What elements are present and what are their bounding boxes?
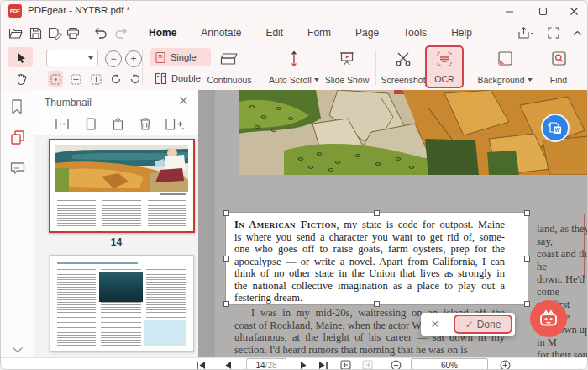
share-button[interactable] (517, 25, 534, 40)
save-as-button[interactable] (46, 25, 63, 40)
next-page-button[interactable] (297, 359, 310, 370)
undo-button[interactable] (92, 25, 108, 40)
comments-panel-button[interactable] (9, 161, 27, 178)
rotate-ccw-button[interactable] (128, 71, 143, 87)
undo-icon (93, 27, 107, 40)
print-icon (66, 27, 80, 40)
rotate-page-button[interactable] (83, 117, 99, 133)
thumb-photo (99, 272, 143, 302)
redo-button[interactable] (113, 25, 130, 40)
zoom-level-input[interactable]: 60% (411, 358, 488, 370)
status-bar: 14/28 60% (1, 357, 588, 370)
print-button[interactable] (65, 25, 81, 40)
single-page-icon (155, 51, 166, 64)
extract-page-button[interactable] (111, 117, 127, 133)
extract-page-icon (111, 117, 125, 131)
tab-home[interactable]: Home (146, 25, 179, 40)
redo-icon (115, 27, 129, 40)
scissors-icon (395, 50, 412, 67)
zoom-out-button[interactable]: − (105, 50, 122, 67)
delete-page-button[interactable] (139, 117, 155, 133)
sidebar-rail (1, 90, 35, 357)
tab-edit[interactable]: Edit (263, 25, 286, 40)
thumbnails-panel-button[interactable] (9, 129, 27, 146)
selection-handle-nw[interactable] (223, 210, 229, 216)
tab-annotate[interactable]: Annotate (198, 25, 244, 40)
tab-help[interactable]: Help (449, 25, 475, 40)
done-button[interactable]: ✓ Done (454, 314, 512, 334)
bookmarks-panel-button[interactable] (9, 98, 27, 116)
single-label: Single (171, 52, 197, 62)
double-page-view-button[interactable]: Double (150, 69, 211, 87)
title-bar: PDF PDFgear - NYTBR.pdf * (1, 1, 588, 21)
save-button[interactable] (27, 25, 44, 40)
open-file-button[interactable] (7, 25, 24, 40)
select-tool-button[interactable] (8, 47, 33, 67)
selection-handle-s[interactable] (374, 301, 380, 307)
thumbnail-page-15[interactable] (50, 255, 194, 352)
ocr-icon (436, 50, 453, 67)
last-page-button[interactable] (317, 359, 330, 370)
previous-page-icon (224, 361, 232, 370)
close-button[interactable] (559, 1, 588, 21)
pdfgear-logo-icon: PDF (8, 4, 22, 18)
fit-height-button[interactable] (88, 71, 103, 87)
close-icon (570, 7, 579, 16)
zoom-out-button-status[interactable] (389, 359, 402, 370)
zoom-in-button-status[interactable] (498, 359, 512, 370)
fullscreen-button[interactable] (545, 25, 562, 40)
ribbon-separator (375, 50, 376, 85)
tab-tools[interactable]: Tools (401, 25, 429, 40)
slide-show-icon (339, 50, 355, 67)
maximize-button[interactable] (527, 1, 559, 21)
continuous-view-button[interactable]: Continuous (204, 47, 255, 87)
previous-page-button[interactable] (221, 359, 234, 370)
fit-page-button[interactable] (48, 71, 63, 87)
next-view-button[interactable] (360, 359, 374, 370)
selection-handle-w[interactable] (223, 256, 229, 262)
collapse-pages-button[interactable] (55, 117, 71, 133)
double-label: Double (171, 73, 201, 83)
window-title: PDFgear - NYTBR.pdf * (28, 5, 130, 15)
tab-form[interactable]: Form (305, 25, 333, 40)
zoom-combobox[interactable] (46, 50, 98, 66)
selection-handle-n[interactable] (374, 210, 380, 216)
minimize-button[interactable] (493, 1, 525, 21)
add-page-button[interactable] (165, 117, 186, 133)
thumb-text-column (102, 198, 141, 226)
ribbon-tabs: Home Annotate Edit Form Page Tools Help (146, 24, 475, 42)
hand-tool-button[interactable] (8, 69, 33, 88)
first-page-button[interactable] (194, 359, 207, 370)
page-number-input[interactable]: 14/28 (246, 358, 286, 370)
assistant-robot-fab[interactable] (530, 300, 567, 337)
previous-view-button[interactable] (339, 359, 352, 370)
thumbnail-page-14[interactable] (49, 139, 195, 233)
screenshot-button[interactable]: Screenshot (379, 47, 428, 87)
tab-page[interactable]: Page (353, 25, 381, 40)
single-page-view-button[interactable]: Single (150, 48, 211, 66)
collapse-ribbon-button[interactable] (569, 25, 585, 40)
thumbnail-list: 14 (34, 135, 198, 357)
background-button[interactable]: Background (474, 47, 536, 87)
selection-handle-ne[interactable] (524, 210, 530, 216)
fit-width-button[interactable] (68, 71, 83, 87)
auto-scroll-button[interactable]: Auto Scroll (268, 47, 320, 87)
rotate-cw-button[interactable] (108, 71, 123, 87)
thumbnail-panel-close-button[interactable] (179, 96, 192, 109)
rotate-cw-icon (110, 73, 122, 85)
find-button[interactable]: Find (540, 47, 577, 87)
selection-handle-sw[interactable] (223, 301, 229, 307)
convert-to-word-fab[interactable]: W (541, 114, 570, 142)
selection-handle-e[interactable] (524, 256, 530, 262)
ribbon-separator (260, 50, 260, 85)
double-page-icon (155, 72, 167, 85)
selection-handle-se[interactable] (524, 301, 530, 307)
chevron-down-icon (88, 56, 93, 60)
next-view-icon (362, 360, 373, 370)
slide-show-button[interactable]: Slide Show (322, 47, 372, 87)
fit-width-icon (71, 74, 81, 85)
ocr-button[interactable]: OCR (425, 45, 464, 88)
rail-more-chevron[interactable] (12, 346, 24, 353)
cancel-selection-button[interactable]: ✕ (421, 313, 449, 336)
zoom-in-button[interactable]: + (125, 50, 142, 67)
